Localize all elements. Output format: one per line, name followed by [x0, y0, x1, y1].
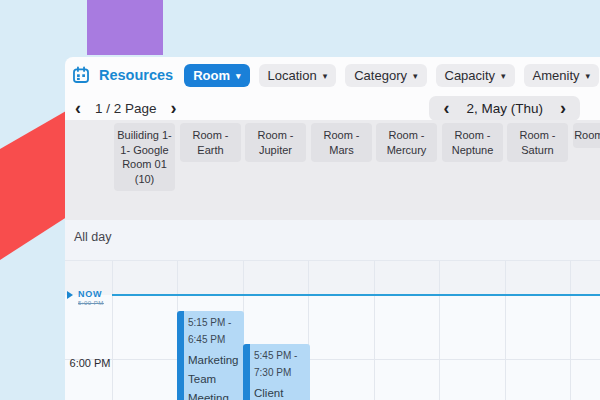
- capacity-filter-button[interactable]: Capacity ▾: [436, 64, 515, 87]
- prev-page-button[interactable]: ‹: [75, 101, 81, 115]
- room-filter-label: Room: [193, 68, 230, 83]
- filter-label: Location: [268, 68, 317, 83]
- event-title: Marketing Team Meeting: [188, 351, 244, 400]
- time-grid: NOW 5:00 PM 6:00 PM 5:15 PM - 6:45 PM Ma…: [65, 260, 600, 400]
- page-indicator: 1 / 2 Page: [95, 101, 157, 116]
- now-label: NOW: [78, 289, 102, 299]
- resource-header-room-earth[interactable]: Room - Earth: [180, 123, 241, 162]
- calendar-resources-icon: [72, 66, 90, 84]
- resource-header-room-mars[interactable]: Room - Mars: [311, 123, 372, 162]
- page-title: Resources: [99, 67, 173, 83]
- filter-label: Capacity: [445, 68, 496, 83]
- grid-hline: [65, 359, 600, 360]
- page-navigation: ‹ 1 / 2 Page ›: [75, 101, 177, 116]
- resource-header-band: Builiding 1-1- Google Room 01 (10) Room …: [65, 120, 600, 220]
- now-arrow-icon: [67, 291, 73, 299]
- resource-header-room-jupiter[interactable]: Room - Jupiter: [245, 123, 306, 162]
- now-time-text: 5:00 PM: [78, 300, 104, 306]
- next-day-button[interactable]: ›: [560, 101, 566, 115]
- decor-purple-rect: [87, 0, 163, 55]
- toolbar: Resources Room ▾ Location ▾ Category ▾ C…: [72, 62, 600, 88]
- decor-red-shape: [0, 108, 66, 260]
- nav-row: ‹ 1 / 2 Page › ‹ 2, May (Thu) ›: [75, 94, 590, 122]
- chevron-down-icon: ▾: [586, 71, 591, 81]
- time-label-6pm: 6:00 PM: [69, 357, 111, 369]
- resource-header-room-saturn[interactable]: Room - Saturn: [507, 123, 568, 162]
- all-day-label: All day: [65, 220, 600, 244]
- all-day-row: All day: [65, 220, 600, 260]
- resource-header-building-room-01[interactable]: Builiding 1-1- Google Room 01 (10): [114, 123, 175, 191]
- scheduler-panel: Resources Room ▾ Location ▾ Category ▾ C…: [65, 57, 600, 400]
- event-time: 5:45 PM - 7:30 PM: [254, 348, 310, 381]
- date-navigation: ‹ 2, May (Thu) ›: [429, 96, 580, 121]
- next-page-button[interactable]: ›: [171, 101, 177, 115]
- resource-header-room-sun[interactable]: Room - Sun: [573, 123, 600, 148]
- chevron-down-icon: ▾: [501, 71, 506, 81]
- category-filter-button[interactable]: Category ▾: [345, 64, 426, 87]
- event-client-meeting[interactable]: 5:45 PM - 7:30 PM Client Meeting: [243, 344, 310, 400]
- event-time: 5:15 PM - 6:45 PM: [188, 315, 244, 348]
- grid-vline: [112, 261, 113, 400]
- room-filter-button[interactable]: Room ▾: [184, 64, 249, 87]
- chevron-down-icon: ▾: [323, 71, 328, 81]
- grid-vline: [439, 261, 440, 400]
- resource-header-room-mercury[interactable]: Room - Mercury: [376, 123, 437, 162]
- location-filter-button[interactable]: Location ▾: [259, 64, 337, 87]
- prev-day-button[interactable]: ‹: [443, 101, 449, 115]
- filter-label: Amenity: [533, 68, 580, 83]
- event-title: Client Meeting: [254, 384, 310, 400]
- resource-header-room-neptune[interactable]: Room - Neptune: [442, 123, 503, 162]
- current-date-label: 2, May (Thu): [466, 101, 543, 116]
- chevron-down-icon: ▾: [236, 71, 241, 81]
- amenity-filter-button[interactable]: Amenity ▾: [524, 64, 600, 87]
- filter-label: Category: [354, 68, 407, 83]
- grid-vline: [374, 261, 375, 400]
- chevron-down-icon: ▾: [413, 71, 418, 81]
- grid-vline: [570, 261, 571, 400]
- past-time-shading: [65, 261, 600, 295]
- now-time-line: [112, 294, 600, 296]
- grid-vline: [505, 261, 506, 400]
- event-marketing-team-meeting[interactable]: 5:15 PM - 6:45 PM Marketing Team Meeting: [177, 311, 244, 400]
